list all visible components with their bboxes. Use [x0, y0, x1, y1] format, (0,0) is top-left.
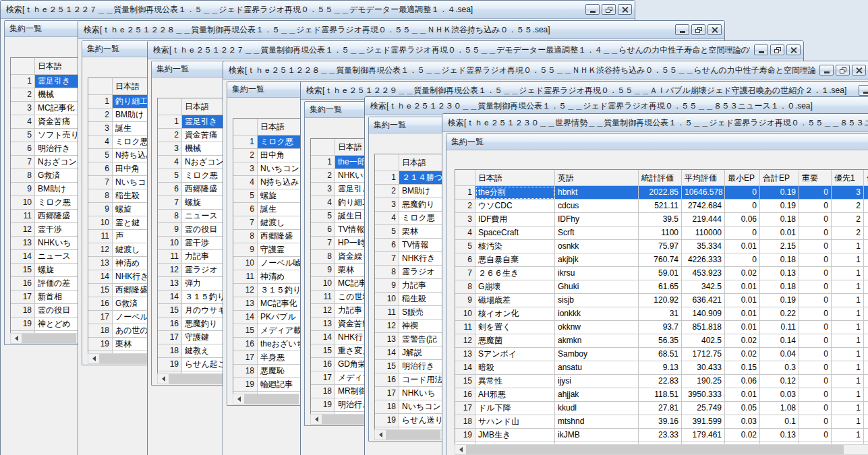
row-number[interactable]: 11: [88, 230, 113, 243]
grid-cell[interactable]: 0.19: [760, 294, 799, 307]
grid-cell[interactable]: 2: [832, 213, 864, 226]
minimize-button[interactable]: [585, 4, 600, 15]
row-number[interactable]: 1: [158, 115, 182, 129]
grid-cell[interactable]: [864, 388, 868, 402]
row-number[interactable]: 12: [11, 223, 35, 237]
grid-cell[interactable]: 391.599: [682, 415, 725, 429]
grid-cell[interactable]: 2: [832, 200, 864, 213]
grid-cell[interactable]: 0.22: [760, 307, 799, 321]
row-number[interactable]: 13: [311, 317, 335, 331]
row-number[interactable]: 15: [311, 344, 335, 358]
row-number[interactable]: 5: [455, 240, 475, 253]
grid-cell[interactable]: 93.7: [639, 321, 682, 334]
row-number[interactable]: 4: [233, 176, 258, 189]
row-number[interactable]: 17: [11, 291, 35, 304]
row-number[interactable]: 5: [88, 149, 113, 162]
grid-cell[interactable]: ikJMB: [555, 429, 639, 442]
row-number[interactable]: 10: [88, 216, 113, 230]
row-number[interactable]: 6: [375, 239, 399, 252]
window-titlebar[interactable]: 検索[ｔｈｅ２５１２２７＿＿質量制御再現公表１．５＿＿ジェド霊界ラジオ再現０．５…: [148, 41, 803, 59]
minimize-button[interactable]: [859, 85, 868, 96]
row-number[interactable]: 19: [375, 414, 399, 427]
grid-cell[interactable]: 0: [799, 307, 832, 321]
grid-cell[interactable]: 68.51: [639, 348, 682, 361]
grid-cell[interactable]: 0.1: [760, 415, 799, 429]
row-number[interactable]: 15: [11, 264, 35, 277]
row-number[interactable]: 19: [88, 338, 113, 351]
row-number[interactable]: 17: [158, 331, 182, 344]
grid-cell[interactable]: 39.16: [639, 415, 682, 429]
grid-cell[interactable]: 1712.75: [682, 348, 725, 361]
row-number[interactable]: 5: [311, 210, 335, 223]
scrollbar-thumb[interactable]: [22, 334, 76, 343]
row-number[interactable]: 4: [455, 226, 475, 240]
row-number[interactable]: 6: [88, 162, 113, 176]
grid-cell[interactable]: 0: [725, 186, 760, 200]
scroll-left-button[interactable]: [88, 354, 99, 363]
row-number[interactable]: 2: [375, 185, 399, 198]
grid-cell[interactable]: 22.83: [639, 375, 682, 388]
grid-cell[interactable]: 1.08: [760, 402, 799, 415]
grid-cell[interactable]: 1: [832, 388, 864, 402]
scrollbar-thumb[interactable]: [244, 394, 299, 404]
row-number[interactable]: 1: [455, 186, 475, 200]
grid-cell[interactable]: 342.5: [682, 280, 725, 294]
grid-cell[interactable]: 核イオン化: [475, 307, 555, 321]
grid-cell[interactable]: 0: [799, 280, 832, 294]
grid-cell[interactable]: 23.33: [639, 429, 682, 442]
grid-cell[interactable]: [864, 334, 868, 348]
row-number[interactable]: 4: [158, 156, 182, 169]
grid-cell[interactable]: 402.5: [682, 334, 725, 348]
grid-cell[interactable]: 56.35: [639, 334, 682, 348]
window-titlebar[interactable]: 検索[ｔｈｅ２５１２２７＿＿質量制御再現公表１．５＿＿ジェド霊界ラジオ再現０．５…: [1, 1, 635, 19]
row-number[interactable]: 16: [88, 297, 113, 311]
row-number[interactable]: 16: [455, 388, 475, 402]
row-number[interactable]: 18: [88, 324, 113, 338]
grid-cell[interactable]: JMB生き: [475, 429, 555, 442]
grid-cell[interactable]: 0: [725, 226, 760, 240]
grid-cell[interactable]: 0: [799, 186, 832, 200]
row-number[interactable]: 2: [88, 109, 113, 122]
grid-cell[interactable]: [864, 321, 868, 334]
grid-cell[interactable]: 0.19: [760, 200, 799, 213]
column-header[interactable]: 日本語: [475, 170, 555, 186]
row-number[interactable]: 3: [158, 142, 182, 156]
row-number[interactable]: 5: [233, 189, 258, 203]
row-number[interactable]: 13: [11, 237, 35, 250]
grid-cell[interactable]: 0.06: [725, 213, 760, 226]
grid-cell[interactable]: 2: [832, 226, 864, 240]
row-number[interactable]: 2: [233, 149, 258, 162]
row-number[interactable]: 6: [311, 223, 335, 237]
row-number[interactable]: 11: [455, 321, 475, 334]
grid-cell[interactable]: [864, 226, 868, 240]
row-number[interactable]: 11: [233, 270, 258, 284]
grid-cell[interactable]: 30.433: [682, 361, 725, 375]
grid-cell[interactable]: 0: [799, 253, 832, 267]
grid-cell[interactable]: 1: [832, 361, 864, 375]
grid-cell[interactable]: akjbjk: [555, 253, 639, 267]
row-number[interactable]: 1: [311, 156, 335, 169]
row-number[interactable]: 3: [375, 198, 399, 212]
column-header[interactable]: 最小EP: [725, 170, 760, 186]
grid-cell[interactable]: 636.421: [682, 294, 725, 307]
grid-cell[interactable]: 1: [832, 334, 864, 348]
grid-cell[interactable]: Ghuki: [555, 280, 639, 294]
grid-cell[interactable]: 0.06: [725, 375, 760, 388]
row-number[interactable]: 16: [375, 373, 399, 387]
grid-cell[interactable]: 0.01: [725, 294, 760, 307]
row-number[interactable]: 9: [88, 203, 113, 216]
grid-cell[interactable]: 9.13: [639, 361, 682, 375]
row-number[interactable]: 18: [11, 304, 35, 317]
row-number[interactable]: 8: [11, 169, 35, 183]
grid-cell[interactable]: 核汚染: [475, 240, 555, 253]
grid-cell[interactable]: 0.18: [760, 253, 799, 267]
grid-cell[interactable]: ２６６生き: [475, 267, 555, 280]
window-titlebar[interactable]: 検索[ｔｈｅ２５１２３０＿＿世界情勢＿＿質量制御再現公表１．５＿＿ジェド霊界ラジ…: [442, 114, 868, 132]
row-number[interactable]: 13: [455, 348, 475, 361]
grid-cell[interactable]: ansatu: [555, 361, 639, 375]
row-number[interactable]: 12: [158, 264, 182, 277]
column-header[interactable]: 統計評価: [639, 170, 682, 186]
row-number[interactable]: 3: [311, 183, 335, 196]
row-number[interactable]: 12: [455, 334, 475, 348]
row-number[interactable]: 9: [233, 243, 258, 257]
